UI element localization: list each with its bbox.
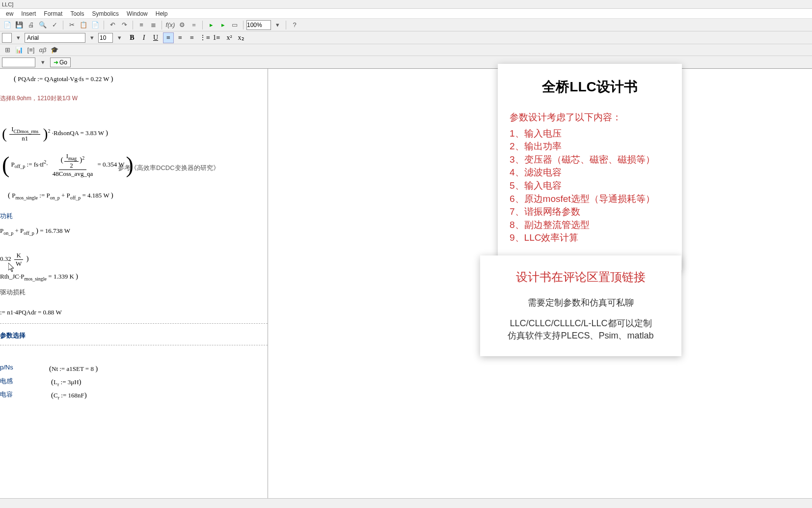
menu-tools[interactable]: Tools bbox=[66, 10, 88, 17]
contact-line: LLC/CLLC/CLLLC/L-LLC都可以定制 bbox=[490, 317, 672, 330]
separator bbox=[243, 21, 244, 29]
new-icon[interactable]: 📄 bbox=[2, 20, 13, 30]
value-nt[interactable]: (Nt := a1SET = 8 ) bbox=[49, 365, 98, 373]
style-select[interactable] bbox=[2, 33, 12, 43]
value-cr[interactable]: (Cr := 168nF) bbox=[51, 391, 87, 400]
align2-icon[interactable]: ≣ bbox=[148, 20, 159, 30]
go-label: Go bbox=[59, 59, 67, 66]
spec-item: 7、谐振网络参数 bbox=[510, 205, 670, 219]
equation-drive[interactable]: := n1·4PQAdr = 0.88 W bbox=[0, 309, 62, 316]
contact-sub: 需要定制参数和仿真可私聊 bbox=[490, 297, 672, 309]
calc-green-icon[interactable]: ▸ bbox=[206, 20, 217, 30]
section-dash bbox=[0, 345, 268, 345]
value-lr[interactable]: (Lr := 3μH) bbox=[51, 378, 81, 387]
font-select[interactable] bbox=[25, 33, 85, 43]
standard-toolbar: 📄 💾 🖨 🔍 ✓ ✂ 📋 📄 ↶ ↷ ≡ ≣ f(x) ⚙ = ▸ ▸ ▭ ▾… bbox=[0, 19, 812, 31]
subscript-button[interactable]: x₂ bbox=[236, 32, 246, 43]
menu-format[interactable]: Format bbox=[40, 10, 66, 17]
spec-item: 6、原边mosfet选型（导通损耗等） bbox=[510, 193, 670, 206]
go-arrow-icon: ➜ bbox=[54, 59, 58, 66]
goto-input[interactable] bbox=[2, 57, 35, 67]
note-resistor[interactable]: 选择8.9ohm，1210封装1/3 W bbox=[0, 94, 78, 103]
style-dropdown-icon[interactable]: ▾ bbox=[13, 32, 24, 43]
math-toolbar: ⊞ 📊 [≡] αβ 🎓 bbox=[0, 44, 812, 56]
size-dropdown-icon[interactable]: ▾ bbox=[114, 32, 125, 43]
help-icon[interactable]: ? bbox=[289, 20, 300, 30]
align-right-button[interactable]: ≡ bbox=[187, 32, 197, 43]
cut-icon[interactable]: ✂ bbox=[66, 20, 77, 30]
separator bbox=[133, 21, 133, 29]
underline-button[interactable]: U bbox=[150, 32, 161, 43]
menu-insert[interactable]: Insert bbox=[17, 10, 40, 17]
save-icon[interactable]: 💾 bbox=[14, 20, 25, 30]
note-reference[interactable]: 参考《高效率DCDC变换器的研究》 bbox=[118, 164, 219, 172]
card-subtitle: 参数设计考虑了以下内容： bbox=[510, 111, 670, 124]
spec-item: 5、输入电容 bbox=[510, 179, 670, 193]
equation-rth[interactable]: Rth_JC·Pmos_single = 1.339 K ) bbox=[0, 272, 78, 282]
separator bbox=[63, 21, 63, 29]
menu-view[interactable]: ew bbox=[2, 10, 17, 17]
spec-item: 8、副边整流管选型 bbox=[510, 219, 670, 232]
row-capacitance[interactable]: 电容 bbox=[0, 390, 13, 399]
number-list-button[interactable]: 1≡ bbox=[211, 32, 222, 43]
graph-icon[interactable]: 📊 bbox=[14, 45, 25, 56]
preview-icon[interactable]: 🔍 bbox=[37, 20, 48, 30]
print-icon[interactable]: 🖨 bbox=[26, 20, 36, 30]
equation-total-p[interactable]: Pon_p + Poff_p ) = 16.738 W bbox=[0, 226, 70, 236]
section-params[interactable]: 参数选择 bbox=[0, 331, 26, 340]
equals-icon[interactable]: = bbox=[189, 20, 199, 30]
equation-pmos-single[interactable]: ( Pmos_single := Pon_p + Poff_p = 4.185 … bbox=[8, 191, 113, 200]
rect-icon[interactable]: ▭ bbox=[229, 20, 240, 30]
menu-window[interactable]: Window bbox=[123, 10, 152, 17]
menubar: ew Insert Format Tools Symbolics Window … bbox=[0, 9, 812, 19]
copy-icon[interactable]: 📋 bbox=[78, 20, 89, 30]
menu-help[interactable]: Help bbox=[152, 10, 172, 17]
status-bar bbox=[0, 498, 812, 508]
spec-item: 4、滤波电容 bbox=[510, 166, 670, 179]
equation-pqadr[interactable]: ( PQAdr := QAgtotal·Vg·fs = 0.22 W ) bbox=[14, 75, 113, 83]
undo-icon[interactable]: ↶ bbox=[107, 20, 118, 30]
separator bbox=[104, 21, 104, 29]
bracket-icon[interactable]: [≡] bbox=[26, 45, 36, 56]
separator bbox=[162, 21, 162, 29]
bold-button[interactable]: B bbox=[127, 32, 137, 43]
mouse-cursor-icon bbox=[8, 263, 15, 273]
matrix-icon[interactable]: ⊞ bbox=[2, 45, 13, 56]
hat-icon[interactable]: 🎓 bbox=[49, 45, 60, 56]
spec-item: 2、输出功率 bbox=[510, 140, 670, 153]
italic-button[interactable]: I bbox=[138, 32, 149, 43]
section-drive-loss[interactable]: 驱动损耗 bbox=[0, 288, 26, 297]
goto-dropdown-icon[interactable]: ▾ bbox=[37, 57, 48, 68]
contact-line: 仿真软件支持PLECS、Psim、matlab bbox=[490, 330, 672, 342]
spellcheck-icon[interactable]: ✓ bbox=[49, 20, 60, 30]
equation-poffp[interactable]: ( Poff_p := fs·tf2· (Imag2)2 48Coss_avg_… bbox=[2, 152, 134, 178]
calc2-icon[interactable]: ▸ bbox=[217, 20, 228, 30]
zoom-select[interactable] bbox=[246, 20, 271, 30]
contact-headline: 设计书在评论区置顶链接 bbox=[490, 269, 672, 285]
align-left-button[interactable]: ≡ bbox=[163, 32, 174, 43]
spec-item: 9、LLC效率计算 bbox=[510, 231, 670, 245]
font-dropdown-icon[interactable]: ▾ bbox=[86, 32, 97, 43]
font-size-select[interactable] bbox=[98, 33, 113, 43]
zoom-dropdown-icon[interactable]: ▾ bbox=[272, 20, 283, 30]
menu-symbolics[interactable]: Symbolics bbox=[88, 10, 123, 17]
bullet-list-button[interactable]: ⋮≡ bbox=[199, 32, 210, 43]
paste-icon[interactable]: 📄 bbox=[90, 20, 101, 30]
card-title: 全桥LLC设计书 bbox=[510, 78, 670, 96]
window-title: LLC] bbox=[2, 1, 13, 7]
units-icon[interactable]: ⚙ bbox=[177, 20, 188, 30]
alphabeta-icon[interactable]: αβ bbox=[37, 45, 48, 56]
align-icon[interactable]: ≡ bbox=[136, 20, 147, 30]
document-workspace[interactable]: ( PQAdr := QAgtotal·Vg·fs = 0.22 W ) 选择8… bbox=[0, 69, 812, 498]
equation-rdson[interactable]: ( ICDmos_rmsn1 )2 ·RdsonQA = 3.83 W ) bbox=[2, 125, 108, 142]
section-power-loss[interactable]: 功耗 bbox=[0, 212, 13, 221]
separator bbox=[286, 21, 286, 29]
redo-icon[interactable]: ↷ bbox=[119, 20, 130, 30]
fx-icon[interactable]: f(x) bbox=[165, 20, 176, 30]
superscript-button[interactable]: x² bbox=[224, 32, 235, 43]
separator bbox=[202, 21, 203, 29]
row-inductance[interactable]: 电感 bbox=[0, 377, 13, 386]
row-turns[interactable]: p/Ns bbox=[0, 364, 13, 371]
align-center-button[interactable]: ≡ bbox=[175, 32, 186, 43]
go-button[interactable]: ➜ Go bbox=[50, 57, 71, 67]
